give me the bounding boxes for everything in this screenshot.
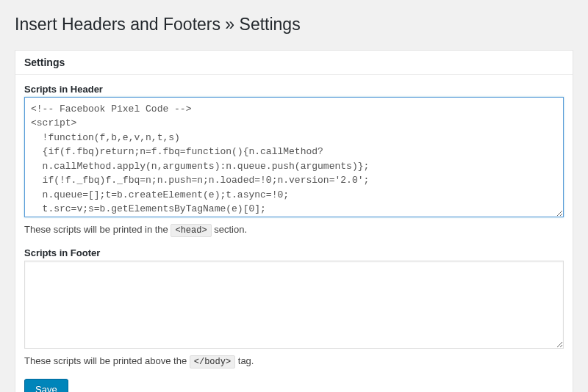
footer-scripts-description: These scripts will be printed above the … <box>24 355 564 369</box>
header-scripts-description: These scripts will be printed in the <he… <box>24 224 564 237</box>
header-desc-prefix: These scripts will be printed in the <box>24 224 171 235</box>
page-title: Insert Headers and Footers » Settings <box>15 7 573 39</box>
footer-scripts-label: Scripts in Footer <box>24 247 564 258</box>
page-wrap: Insert Headers and Footers » Settings Se… <box>0 0 588 392</box>
footer-desc-prefix: These scripts will be printed above the <box>24 355 190 366</box>
panel-header: Settings <box>15 51 573 75</box>
header-desc-suffix: section. <box>214 224 247 235</box>
header-scripts-label: Scripts in Header <box>24 84 564 95</box>
header-scripts-textarea[interactable] <box>24 97 564 217</box>
header-scripts-field: Scripts in Header These scripts will be … <box>24 84 564 237</box>
footer-scripts-textarea[interactable] <box>24 261 564 349</box>
panel-heading: Settings <box>24 57 564 68</box>
save-button[interactable]: Save <box>24 379 68 392</box>
settings-panel: Settings Scripts in Header These scripts… <box>15 50 573 392</box>
footer-desc-suffix: tag. <box>238 355 254 366</box>
footer-desc-code: </body> <box>190 355 235 369</box>
panel-body: Scripts in Header These scripts will be … <box>15 75 573 392</box>
header-desc-code: <head> <box>171 224 211 237</box>
footer-scripts-field: Scripts in Footer These scripts will be … <box>24 247 564 369</box>
